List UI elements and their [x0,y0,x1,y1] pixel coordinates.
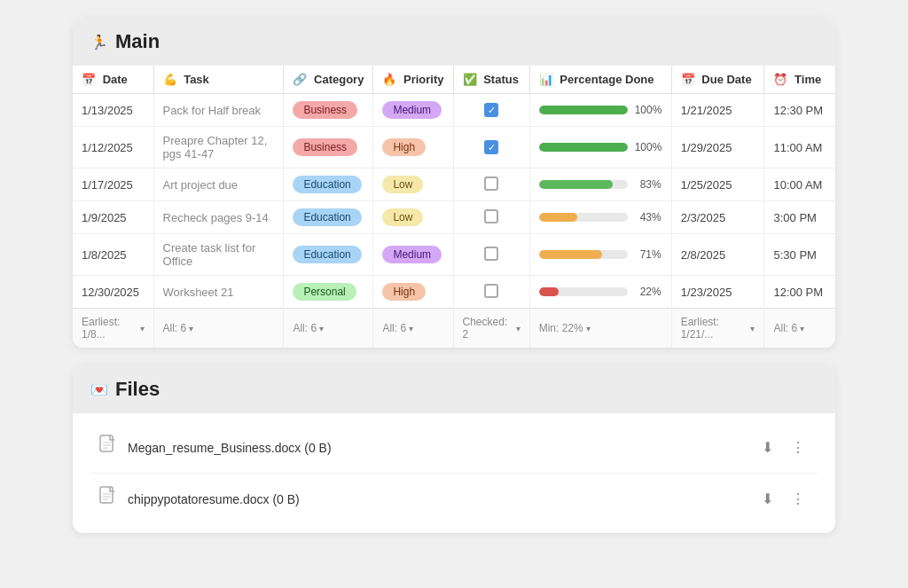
table-row: 1/8/2025Create task list for OfficeEduca… [73,234,835,276]
cell-due-date: 1/25/2025 [671,169,764,201]
th-pct: 📊 Percentage Done [529,66,671,94]
th-status: ✅ Status [453,66,529,94]
th-due-date: 📅 Due Date [671,66,764,94]
status-icon: ✅ [463,73,477,86]
cell-pct: 71% [529,234,671,276]
cell-pct: 22% [529,276,671,309]
footer-status[interactable]: Checked: 2 [453,309,529,349]
footer-due-date[interactable]: Earliest: 1/21/... [671,309,764,349]
priority-badge: High [382,138,426,156]
footer-date[interactable]: Earliest: 1/8... [73,309,153,349]
main-table: 📅 Date 💪 Task 🔗 Category 🔥 Priority [73,66,835,348]
priority-icon: 🔥 [382,73,396,86]
status-checkbox[interactable]: ✓ [484,103,498,117]
footer-task[interactable]: All: 6 [153,309,284,349]
cell-category: Business [284,127,373,169]
category-badge: Education [293,208,361,226]
cell-status[interactable] [453,234,529,276]
cell-status[interactable] [453,169,529,201]
table-row: 1/12/2025Preapre Chapter 12, pgs 41-47Bu… [73,127,835,169]
status-checkbox[interactable]: ✓ [484,140,498,154]
cell-status[interactable]: ✓ [453,94,529,127]
cell-date: 12/30/2025 [73,276,153,309]
cell-category: Personal [284,276,373,309]
main-section-header: 🏃 Main [73,18,835,66]
cell-priority: High [373,276,453,309]
main-section: 🏃 Main 📅 Date 💪 Task 🔗 Category [73,18,835,348]
file-more-button[interactable]: ⋮ [787,437,809,458]
file-item: chippypotatoresume.docx (0 B)⬇⋮ [90,474,818,524]
file-doc-icon [99,435,117,460]
file-actions: ⬇⋮ [758,437,809,458]
cell-priority: Low [373,201,453,234]
cell-time: 11:00 AM [764,127,835,169]
footer-category[interactable]: All: 6 [284,309,373,349]
footer-pct[interactable]: Min: 22% [529,309,671,349]
cell-pct: 83% [529,169,671,201]
cell-category: Business [284,94,373,127]
pct-label: 43% [635,211,661,223]
status-checkbox[interactable] [484,247,498,261]
cell-due-date: 1/29/2025 [671,127,764,169]
cell-date: 1/9/2025 [73,201,153,234]
pct-icon: 📊 [539,73,553,86]
table-row: 1/9/2025Recheck pages 9-14EducationLow43… [73,201,835,234]
cell-due-date: 1/21/2025 [671,94,764,127]
cell-status[interactable] [453,276,529,309]
svg-rect-0 [100,435,113,451]
priority-badge: Low [382,176,423,193]
category-badge: Business [293,101,357,119]
category-icon: 🔗 [293,73,307,86]
th-task: 💪 Task [153,66,284,94]
cell-time: 12:30 PM [764,94,835,127]
cell-task: Art project due [153,169,284,201]
cell-priority: Medium [373,94,453,127]
file-name: chippypotatoresume.docx (0 B) [128,492,748,506]
status-checkbox[interactable] [484,176,498,191]
category-badge: Education [293,246,361,263]
priority-badge: Medium [382,101,442,119]
cell-status[interactable]: ✓ [453,127,529,169]
cell-pct: 100% [529,127,671,169]
calendar-icon: 📅 [82,73,96,86]
file-doc-icon [99,486,117,512]
time-icon: ⏰ [773,73,787,86]
priority-badge: High [382,283,426,301]
cell-category: Education [284,169,373,201]
footer-time[interactable]: All: 6 [764,309,835,349]
cell-due-date: 2/8/2025 [671,234,764,276]
th-date: 📅 Date [73,66,153,94]
files-list: Megan_resume_Business.docx (0 B)⬇⋮ chipp… [73,413,835,533]
file-download-button[interactable]: ⬇ [758,489,777,509]
pct-label: 100% [635,104,662,116]
priority-badge: Medium [382,246,442,263]
category-badge: Business [293,138,357,156]
table-row: 12/30/2025Worksheet 21PersonalHigh22%1/2… [73,276,835,309]
cell-time: 10:00 AM [764,169,835,201]
cell-priority: High [373,127,453,169]
cell-task: Recheck pages 9-14 [153,201,284,234]
main-icon: 🏃 [90,34,108,51]
status-checkbox[interactable] [484,209,498,223]
cell-task: Create task list for Office [153,234,284,276]
cell-pct: 100% [529,94,671,127]
cell-time: 12:00 PM [764,276,835,309]
th-time: ⏰ Time [764,66,835,94]
cell-date: 1/17/2025 [73,169,153,201]
th-category: 🔗 Category [284,66,373,94]
file-item: Megan_resume_Business.docx (0 B)⬇⋮ [90,422,818,474]
category-badge: Education [293,176,361,193]
status-checkbox[interactable] [484,284,498,298]
table-row: 1/13/2025Pack for Half breakBusinessMedi… [73,94,835,127]
cell-status[interactable] [453,201,529,234]
cell-task: Worksheet 21 [153,276,284,309]
priority-badge: Low [382,208,423,226]
cell-date: 1/8/2025 [73,234,153,276]
file-actions: ⬇⋮ [758,489,809,509]
files-icon: 💌 [90,381,108,398]
file-download-button[interactable]: ⬇ [758,437,777,458]
file-more-button[interactable]: ⋮ [787,489,809,509]
files-section: 💌 Files Megan_resume_Business.docx (0 B)… [73,365,835,533]
footer-priority[interactable]: All: 6 [373,309,453,349]
cell-time: 3:00 PM [764,201,835,234]
